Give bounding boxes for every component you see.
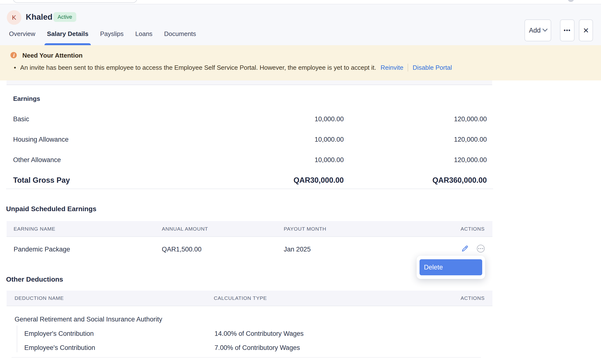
- employee-details-panel: K Khaled Active Overview Salary Details …: [0, 0, 601, 364]
- total-gross-pay-annual: QAR360,000.00: [432, 176, 487, 185]
- more-options-button[interactable]: •••: [560, 20, 574, 41]
- unpaid-section-title: Unpaid Scheduled Earnings: [6, 205, 96, 213]
- banner-title: Need Your Attention: [22, 52, 83, 59]
- column-annual-amount: ANNUAL AMOUNT: [162, 221, 208, 236]
- bullet-icon: •: [14, 64, 16, 71]
- tab-bar: Overview Salary Details Payslips Loans D…: [9, 30, 196, 45]
- banner-message: An invite has been sent to this employee…: [20, 64, 376, 71]
- deduction-row-calculation: 14.00% of Contributory Wages: [214, 330, 304, 337]
- earning-row-monthly: 10,000.00: [315, 115, 344, 123]
- tab-overview[interactable]: Overview: [9, 30, 35, 45]
- delete-menu-item[interactable]: Delete: [420, 259, 482, 275]
- employee-avatar: K: [7, 10, 21, 25]
- link-divider: [408, 64, 408, 71]
- column-actions: ACTIONS: [461, 291, 485, 306]
- earning-row-name: Basic: [13, 115, 29, 123]
- close-icon: ✕: [583, 26, 589, 35]
- column-deduction-name: DEDUCTION NAME: [15, 291, 64, 306]
- earning-row-annual: 120,000.00: [454, 136, 487, 143]
- deductions-section-title: Other Deductions: [6, 275, 63, 283]
- bottom-divider: [11, 357, 481, 358]
- edit-icon[interactable]: [461, 244, 469, 253]
- tab-payslips[interactable]: Payslips: [100, 30, 124, 45]
- dot: [480, 248, 481, 249]
- add-button-label: Add: [529, 27, 541, 34]
- dot: [478, 248, 479, 249]
- deduction-group-name: General Retirement and Social Insurance …: [15, 315, 162, 323]
- earning-row-name: Other Allowance: [13, 156, 61, 164]
- banner-message-row: • An invite has been sent to this employ…: [14, 64, 452, 71]
- unpaid-row-annual-amount: QAR1,500.00: [162, 245, 202, 253]
- column-calculation-type: CALCULATION TYPE: [214, 291, 267, 306]
- tab-loans[interactable]: Loans: [135, 30, 152, 45]
- deduction-row-name: Employee's Contribution: [24, 344, 95, 352]
- total-gross-pay-label: Total Gross Pay: [13, 176, 70, 185]
- column-earning-name: EARNING NAME: [14, 221, 55, 236]
- add-button[interactable]: Add: [524, 20, 551, 41]
- earning-row-monthly: 10,000.00: [315, 156, 344, 164]
- earnings-section-title: Earnings: [13, 95, 40, 102]
- earning-row-annual: 120,000.00: [454, 115, 487, 123]
- chevron-down-icon: [542, 27, 547, 31]
- disable-portal-link[interactable]: Disable Portal: [412, 64, 452, 71]
- column-payout-month: PAYOUT MONTH: [284, 221, 326, 236]
- unpaid-row-payout-month: Jan 2025: [284, 245, 311, 253]
- earning-row-annual: 120,000.00: [454, 156, 487, 164]
- deduction-row-calculation: 7.00% of Contributory Wages: [214, 344, 300, 352]
- earning-row-monthly: 10,000.00: [315, 136, 344, 143]
- more-horizontal-icon: •••: [564, 27, 571, 33]
- total-gross-pay-monthly: QAR30,000.00: [293, 176, 344, 185]
- dot: [482, 248, 483, 249]
- deduction-row-name: Employer's Contribution: [24, 330, 94, 337]
- scrolled-section-remnant: [7, 81, 492, 85]
- earning-row-name: Housing Allowance: [13, 136, 69, 143]
- reinvite-link[interactable]: Reinvite: [381, 64, 403, 71]
- attention-banner: [0, 45, 601, 81]
- unpaid-table-header: [7, 221, 492, 237]
- indent-guide-line: [17, 326, 17, 352]
- column-actions: ACTIONS: [461, 221, 485, 236]
- tab-salary-details[interactable]: Salary Details: [47, 30, 89, 45]
- employee-name: Khaled: [26, 12, 52, 22]
- status-badge: Active: [53, 12, 76, 22]
- unpaid-row-earning-name: Pandemic Package: [14, 245, 70, 253]
- section-divider: [6, 189, 493, 189]
- close-panel-button[interactable]: ✕: [579, 20, 593, 41]
- tab-documents[interactable]: Documents: [164, 30, 196, 45]
- search-input[interactable]: [13, 0, 137, 3]
- row-more-actions-icon[interactable]: [477, 245, 485, 253]
- info-icon: i: [10, 52, 17, 58]
